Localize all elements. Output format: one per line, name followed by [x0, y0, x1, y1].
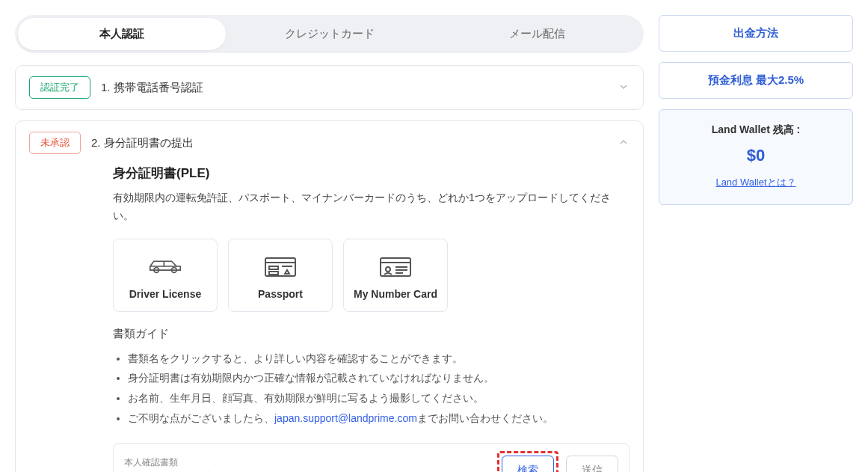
settings-tabs: 本人認証 クレジットカード メール配信	[15, 15, 644, 53]
doc-label: Passport	[236, 287, 324, 301]
doc-option-passport[interactable]: Passport	[228, 239, 333, 312]
tab-identity-verification[interactable]: 本人認証	[18, 18, 226, 50]
tab-mail-delivery[interactable]: メール配信	[433, 18, 641, 50]
withdrawal-method-button[interactable]: 出金方法	[659, 15, 853, 52]
upload-box: 本人確認書類 jpg, jpeg, png形式 検索 送信	[113, 443, 630, 472]
list-item: お名前、生年月日、顔写真、有効期限が鮮明に写るよう撮影してください。	[128, 388, 630, 408]
support-email-link[interactable]: japan.support@landprime.com	[274, 412, 417, 424]
tab-credit-card[interactable]: クレジットカード	[226, 18, 434, 50]
browse-button[interactable]: 検索	[502, 456, 554, 472]
step-id-submission: 未承認 2. 身分証明書の提出 身分証明書(PLE) 有効期限内の運転免許証、パ…	[15, 120, 644, 472]
idcard-icon	[351, 253, 440, 280]
upload-label: 本人確認書類	[124, 456, 490, 469]
svg-point-11	[386, 267, 390, 272]
status-badge-pending: 未承認	[29, 132, 81, 154]
document-options: Driver License Passport	[113, 239, 630, 312]
submit-button[interactable]: 送信	[566, 456, 618, 472]
svg-rect-7	[269, 272, 278, 275]
svg-rect-6	[269, 266, 278, 269]
upload-field[interactable]: 本人確認書類 jpg, jpeg, png形式	[124, 456, 490, 472]
car-icon	[121, 253, 209, 280]
step2-title: 2. 身分証明書の提出	[91, 136, 607, 150]
wallet-balance-label: Land Wallet 残高 :	[670, 123, 842, 137]
step2-body: 身分証明書(PLE) 有効期限内の運転免許証、パスポート、マイナンバーカードのう…	[16, 165, 643, 472]
id-section-title: 身分証明書(PLE)	[113, 165, 630, 182]
step1-header[interactable]: 認証完了 1. 携帯電話番号認証	[16, 66, 643, 109]
list-item: 身分証明書は有効期限内かつ正確な情報が記載されていなければなりません。	[128, 368, 630, 388]
guide-title: 書類ガイド	[113, 327, 630, 341]
step2-header[interactable]: 未承認 2. 身分証明書の提出	[16, 121, 643, 165]
passport-icon	[236, 253, 324, 280]
wallet-balance-value: $0	[670, 146, 842, 165]
doc-option-mynumber[interactable]: My Number Card	[343, 239, 448, 312]
id-section-desc: 有効期限内の運転免許証、パスポート、マイナンバーカードのうち、どれか1つをアップ…	[113, 189, 630, 225]
chevron-down-icon	[618, 81, 630, 95]
list-item: ご不明な点がございましたら、japan.support@landprime.co…	[128, 408, 630, 429]
doc-label: Driver License	[121, 287, 209, 301]
doc-option-driver-license[interactable]: Driver License	[113, 239, 218, 312]
browse-highlight: 検索	[497, 451, 558, 472]
chevron-up-icon	[618, 136, 630, 150]
status-badge-complete: 認証完了	[29, 76, 90, 99]
list-item: 書類名をクリックすると、より詳しい内容を確認することができます。	[128, 349, 630, 369]
deposit-interest-button[interactable]: 預金利息 最大2.5%	[659, 62, 853, 99]
wallet-card: Land Wallet 残高 : $0 Land Walletとは？	[659, 109, 853, 205]
wallet-info-link[interactable]: Land Walletとは？	[715, 177, 795, 188]
step-phone-verification: 認証完了 1. 携帯電話番号認証	[15, 65, 644, 110]
step1-title: 1. 携帯電話番号認証	[101, 81, 607, 95]
doc-label: My Number Card	[351, 287, 440, 301]
guide-list: 書類名をクリックすると、より詳しい内容を確認することができます。 身分証明書は有…	[113, 349, 630, 428]
